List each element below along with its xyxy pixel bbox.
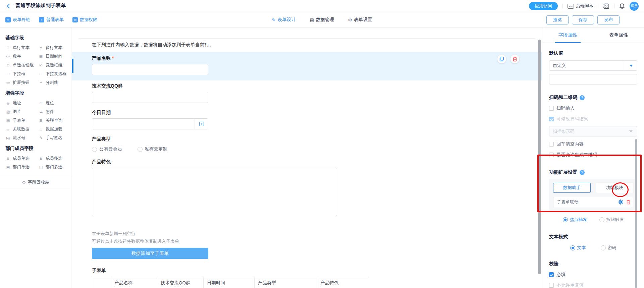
external-link-icon: ∞	[5, 17, 11, 22]
sidebar-item-attachment[interactable]: ☁附件	[38, 109, 69, 115]
tab-data-manage[interactable]: ▤ 数据管理	[310, 17, 334, 23]
function-module-toggle[interactable]: 功能模块	[596, 183, 634, 193]
sidebar-item-member-multi[interactable]: ♟成员多选	[38, 156, 69, 161]
member-multi-icon: ♟	[38, 156, 44, 161]
checkbox-allow-qrcode[interactable]: 是否允许生成二维码	[549, 152, 637, 158]
dept-multi-icon: ◫	[38, 165, 44, 169]
delete-field-button[interactable]	[511, 55, 519, 63]
sidebar-item-address[interactable]: ◎地址	[5, 100, 36, 106]
radio-private-cloud[interactable]: 私有云定制	[138, 146, 168, 152]
link-external-form[interactable]: ∞ 表单外链	[5, 17, 30, 23]
item-label: 复选框组	[46, 62, 62, 68]
item-label: 定位	[46, 100, 54, 106]
radio-focus-trigger[interactable]: 焦点触发	[563, 217, 587, 223]
scan-title-text: 扫码和二维码	[549, 95, 577, 101]
help-icon[interactable]	[580, 95, 585, 100]
tab-form-design[interactable]: ✎ 表单设计	[272, 17, 296, 23]
save-button[interactable]: 保存	[572, 15, 594, 24]
field-palette-sidebar: 基础字段 T单行文本 ≡多行文本 123数字 ▦日期时间 ⊙单选按钮组 ☑复选框…	[0, 27, 71, 288]
product-name-input[interactable]	[92, 64, 208, 75]
radio-password-mode[interactable]: 密码	[601, 245, 616, 251]
checkbox-scan-input[interactable]: 扫码输入	[549, 105, 637, 111]
checkbox-enter-clear[interactable]: 回车清空内容	[549, 141, 637, 147]
field-qq-group[interactable]: 技术交流QQ群	[72, 80, 542, 107]
form-design-canvas: 在下列控件内输入数据，数据将自动添加到子表单当前行。 产品名称* 技术交流QQ群…	[72, 27, 542, 288]
gear-icon[interactable]	[618, 199, 624, 205]
sidebar-item-dept-multi[interactable]: ◫部门多选	[38, 164, 69, 170]
sidebar-item-divider-line[interactable]: ╌分割线	[38, 80, 69, 85]
default-value-select[interactable]: 自定义	[549, 60, 637, 71]
tab-label: 数据管理	[316, 17, 334, 23]
preview-button[interactable]: 预览	[546, 15, 569, 24]
sidebar-item-subform[interactable]: ▤子表单	[5, 118, 36, 123]
sidebar-item-location[interactable]: ⊕定位	[38, 100, 69, 106]
today-date-input[interactable]	[92, 119, 195, 129]
text-mode-title: 文本模式	[549, 234, 637, 240]
radio-button-trigger[interactable]: 按钮触发	[599, 217, 624, 223]
sidebar-item-serial-number[interactable]: №流水号	[5, 135, 36, 141]
tab-form-settings[interactable]: ⚙ 表单设置	[348, 17, 372, 23]
sidebar-item-related-data[interactable]: ∞关联数据	[5, 126, 36, 132]
sidebar-item-related-query[interactable]: ⊞关联查询	[38, 118, 69, 123]
checkbox-no-duplicate[interactable]: 不允许重复值	[549, 282, 637, 288]
tab-form-properties[interactable]: 表单属性	[593, 27, 644, 43]
checkbox-editable-result[interactable]: 可修改扫码结果	[549, 116, 637, 122]
item-label: 部门多选	[46, 164, 62, 170]
product-feature-textarea[interactable]	[92, 168, 337, 216]
back-icon[interactable]	[5, 3, 11, 9]
sidebar-item-radio-group[interactable]: ⊙单选按钮组	[5, 62, 36, 68]
field-today-date[interactable]: 今日日期 7	[72, 107, 542, 133]
sidebar-item-image[interactable]: ▧图片	[5, 109, 36, 115]
link-label: 普通表单	[46, 17, 64, 23]
sidebar-item-single-line-text[interactable]: T单行文本	[5, 45, 36, 51]
sidebar-item-dept-single[interactable]: ▣部门单选	[5, 164, 36, 170]
subform-linkage-item[interactable]: 子表单联动	[553, 197, 633, 207]
sidebar-item-multi-line-text[interactable]: ≡多行文本	[38, 45, 69, 51]
field-product-name[interactable]: 产品名称*	[72, 52, 542, 80]
sidebar-item-multi-select[interactable]: ⊟下拉复选框	[38, 71, 69, 77]
default-value-input[interactable]	[549, 74, 637, 84]
add-to-subform-button[interactable]: 数据添加至子表单	[92, 248, 208, 259]
field-product-feature[interactable]: 产品特色	[72, 156, 542, 222]
subform-col-product-name: 产品名称	[111, 277, 157, 288]
help-icon[interactable]	[580, 170, 585, 175]
radio-public-cloud[interactable]: 公有云会员	[92, 146, 122, 152]
chevron-down-icon	[625, 126, 637, 136]
field-label: 产品特色	[92, 159, 522, 165]
section-title-enhanced-fields: 增强字段	[5, 90, 71, 96]
sidebar-item-select[interactable]: ⊡下拉框	[5, 71, 36, 77]
trash-icon[interactable]	[626, 200, 631, 205]
data-helper-toggle[interactable]: 数据助手	[553, 183, 591, 193]
canvas-scrollbar-thumb[interactable]	[538, 40, 541, 274]
sidebar-item-datetime[interactable]: ▦日期时间	[38, 54, 69, 59]
sidebar-item-checkbox-group[interactable]: ☑复选框组	[38, 62, 69, 68]
link-plain-form[interactable]: ≡ 普通表单	[39, 17, 64, 23]
backend-script-button[interactable]: </> 后端脚本	[568, 3, 593, 9]
app-access-button[interactable]: 应用访问	[529, 2, 558, 10]
radio-text-mode[interactable]: 文本	[570, 245, 586, 251]
avatar[interactable]: 理员	[630, 2, 639, 11]
checkbox-group-icon: ☑	[38, 63, 44, 67]
field-recycle-bin[interactable]: ♻字段回收站	[0, 175, 71, 190]
sidebar-item-data-load[interactable]: ⊥数据加载	[38, 126, 69, 132]
sidebar-item-extend-button[interactable]: ▭扩展按钮	[5, 80, 36, 85]
checkbox-required[interactable]: 必填	[549, 272, 637, 278]
panel-scrollbar-thumb[interactable]	[635, 139, 637, 288]
notification-bell-icon[interactable]	[619, 3, 625, 9]
field-product-type[interactable]: 产品类型 公有云会员 私有云定制	[72, 133, 542, 156]
item-label: 下拉复选框	[46, 71, 67, 77]
page-title[interactable]: 普通字段添加到子表单	[15, 2, 66, 10]
sidebar-item-number[interactable]: 123数字	[5, 54, 36, 59]
address-book-icon[interactable]	[603, 3, 609, 9]
radio-label: 私有云定制	[145, 146, 168, 152]
tab-field-properties[interactable]: 字段属性	[542, 27, 593, 43]
sidebar-item-signature[interactable]: ✎手写签名	[38, 135, 69, 141]
radio-label: 公有云会员	[99, 146, 122, 152]
qq-group-input[interactable]	[92, 92, 208, 103]
link-data-permission[interactable]: ▥ 数据权限	[72, 17, 97, 23]
date-picker-addon[interactable]: 7	[195, 119, 208, 129]
sidebar-item-member-single[interactable]: ♙成员单选	[5, 156, 36, 161]
radio-selected-icon	[570, 245, 575, 250]
copy-field-button[interactable]	[497, 55, 506, 63]
publish-button[interactable]: 发布	[597, 15, 620, 24]
